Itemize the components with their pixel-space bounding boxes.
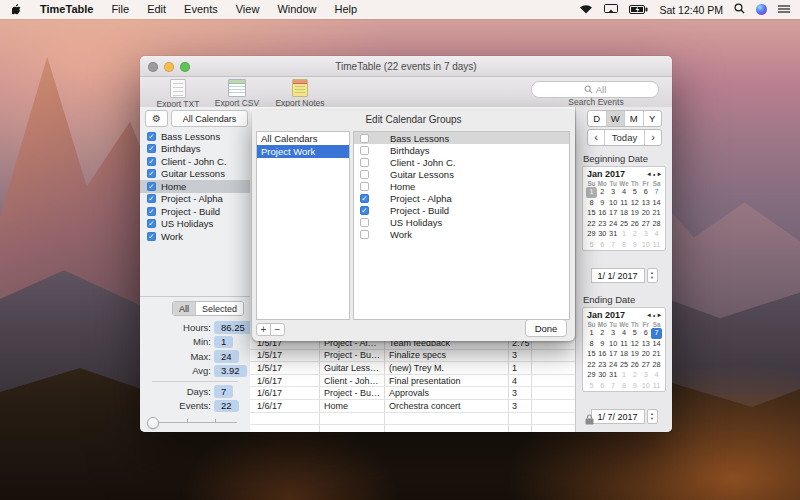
member-item[interactable]: Bass Lessons bbox=[354, 132, 569, 144]
sidebar-calendar-item[interactable]: ✓Home bbox=[140, 180, 250, 193]
calendar-day[interactable]: 5 bbox=[629, 328, 640, 339]
table-row[interactable]: 1/5/17Guitar Less…(new) Trey M.1 bbox=[250, 362, 576, 375]
calendar-day[interactable]: 21 bbox=[651, 208, 662, 219]
calendar-day[interactable]: 6 bbox=[597, 381, 608, 392]
calendar-day[interactable]: 21 bbox=[651, 349, 662, 360]
member-item[interactable]: Birthdays bbox=[354, 144, 569, 156]
calendar-day[interactable]: 16 bbox=[597, 208, 608, 219]
calendar-day[interactable]: 16 bbox=[597, 349, 608, 360]
calendar-checkbox[interactable]: ✓ bbox=[147, 157, 156, 166]
calendar-day[interactable]: 4 bbox=[651, 370, 662, 381]
menu-item[interactable]: Help bbox=[326, 0, 367, 19]
spotlight-search-icon[interactable] bbox=[734, 3, 745, 16]
calendar-day[interactable]: 13 bbox=[640, 339, 651, 350]
calendar-day[interactable]: 19 bbox=[629, 208, 640, 219]
menu-app-name[interactable]: TimeTable bbox=[31, 0, 102, 19]
calendar-day[interactable]: 15 bbox=[586, 349, 597, 360]
sidebar-calendar-item[interactable]: ✓Client - John C. bbox=[140, 155, 250, 168]
calendar-day[interactable]: 15 bbox=[586, 208, 597, 219]
member-item[interactable]: Work bbox=[354, 228, 569, 240]
stats-tab-all[interactable]: All bbox=[173, 302, 195, 315]
remove-group-button[interactable]: − bbox=[270, 323, 285, 336]
calendar-day[interactable]: 20 bbox=[640, 349, 651, 360]
calendar-day[interactable]: 2 bbox=[629, 229, 640, 240]
calendar-checkbox[interactable]: ✓ bbox=[147, 132, 156, 141]
done-button[interactable]: Done bbox=[525, 319, 567, 337]
today-button[interactable]: Today bbox=[604, 130, 644, 145]
sidebar-calendar-item[interactable]: ✓Work bbox=[140, 230, 250, 243]
display-mirroring-icon[interactable] bbox=[604, 4, 618, 16]
calendar-day[interactable]: 23 bbox=[597, 360, 608, 371]
menu-clock[interactable]: Sat 12:40 PM bbox=[659, 4, 723, 16]
slider-knob[interactable] bbox=[147, 417, 159, 429]
beginning-date-stepper[interactable]: ▲ ▼ bbox=[647, 268, 658, 283]
sidebar-calendar-item[interactable]: ✓Guitar Lessons bbox=[140, 168, 250, 181]
sidebar-calendar-item[interactable]: ✓US Holidays bbox=[140, 218, 250, 231]
calendar-day[interactable]: 31 bbox=[608, 370, 619, 381]
calendar-day[interactable]: 7 bbox=[651, 187, 662, 198]
table-row[interactable]: 1/6/17Project - Bu…Approvals3 bbox=[250, 387, 576, 400]
calendar-day[interactable]: 13 bbox=[640, 198, 651, 209]
calendar-day[interactable]: 12 bbox=[629, 339, 640, 350]
calendar-day[interactable]: 31 bbox=[608, 229, 619, 240]
calendar-checkbox[interactable]: ✓ bbox=[147, 207, 156, 216]
calendar-day[interactable]: 22 bbox=[586, 360, 597, 371]
calendar-day[interactable]: 24 bbox=[608, 360, 619, 371]
calendar-day[interactable]: 12 bbox=[629, 198, 640, 209]
group-item[interactable]: All Calendars bbox=[257, 132, 349, 145]
view-segment-w[interactable]: W bbox=[606, 111, 625, 126]
member-item[interactable]: Client - John C. bbox=[354, 156, 569, 168]
calendar-day[interactable]: 7 bbox=[608, 240, 619, 251]
previous-period-button[interactable]: ‹ bbox=[588, 130, 604, 145]
calendar-next-icon[interactable]: ▸ bbox=[658, 311, 661, 319]
member-checkbox[interactable]: ✓ bbox=[360, 206, 369, 215]
calendar-day[interactable]: 1 bbox=[586, 328, 597, 339]
member-checkbox[interactable] bbox=[360, 182, 369, 191]
calendar-checkbox[interactable]: ✓ bbox=[147, 144, 156, 153]
member-checkbox[interactable] bbox=[360, 218, 369, 227]
calendar-day[interactable]: 3 bbox=[640, 229, 651, 240]
member-item[interactable]: ✓Project - Alpha bbox=[354, 192, 569, 204]
member-checkbox[interactable] bbox=[360, 230, 369, 239]
export-csv-button[interactable]: Export CSV bbox=[208, 78, 266, 108]
lock-icon[interactable] bbox=[585, 411, 594, 429]
minimize-button[interactable] bbox=[164, 62, 174, 72]
sidebar-calendar-item[interactable]: ✓Birthdays bbox=[140, 143, 250, 156]
group-item[interactable]: Project Work bbox=[257, 145, 349, 158]
calendar-day[interactable]: 5 bbox=[629, 187, 640, 198]
member-item[interactable]: Guitar Lessons bbox=[354, 168, 569, 180]
apple-menu-icon[interactable] bbox=[10, 4, 31, 16]
calendar-today-dot-icon[interactable]: • bbox=[653, 171, 655, 178]
stats-tab-selected[interactable]: Selected bbox=[195, 302, 243, 315]
add-group-button[interactable]: + bbox=[256, 323, 271, 336]
member-checkbox[interactable] bbox=[360, 146, 369, 155]
calendar-day[interactable]: 10 bbox=[640, 381, 651, 392]
menu-item[interactable]: Window bbox=[268, 0, 325, 19]
table-row[interactable]: 1/6/17Client - Joh…Final presentation4 bbox=[250, 375, 576, 388]
calendar-group-dropdown[interactable]: All Calendars bbox=[171, 110, 248, 127]
calendar-day[interactable]: 9 bbox=[597, 339, 608, 350]
menu-item[interactable]: View bbox=[227, 0, 269, 19]
calendar-day[interactable]: 26 bbox=[629, 219, 640, 230]
calendar-day[interactable]: 26 bbox=[629, 360, 640, 371]
calendar-day[interactable]: 20 bbox=[640, 208, 651, 219]
calendar-day[interactable]: 24 bbox=[608, 219, 619, 230]
member-item[interactable]: ✓Project - Build bbox=[354, 204, 569, 216]
ending-date-input[interactable]: 1/ 7/ 2017 bbox=[591, 409, 645, 424]
calendar-day[interactable]: 4 bbox=[619, 328, 630, 339]
close-button[interactable] bbox=[148, 62, 158, 72]
calendar-day[interactable]: 9 bbox=[629, 240, 640, 251]
calendar-checkbox[interactable]: ✓ bbox=[147, 232, 156, 241]
calendar-day[interactable]: 11 bbox=[651, 381, 662, 392]
calendar-checkbox[interactable]: ✓ bbox=[147, 219, 156, 228]
calendar-day[interactable]: 8 bbox=[586, 339, 597, 350]
wifi-icon[interactable] bbox=[579, 4, 593, 16]
calendar-next-icon[interactable]: ▸ bbox=[658, 170, 661, 178]
calendar-day[interactable]: 7 bbox=[608, 381, 619, 392]
export-txt-button[interactable]: Export TXT bbox=[149, 78, 207, 109]
calendar-day[interactable]: 27 bbox=[640, 219, 651, 230]
calendar-day[interactable]: 6 bbox=[597, 240, 608, 251]
view-segment-d[interactable]: D bbox=[588, 111, 606, 126]
calendar-day[interactable]: 1 bbox=[586, 187, 597, 198]
table-row[interactable] bbox=[250, 413, 576, 426]
